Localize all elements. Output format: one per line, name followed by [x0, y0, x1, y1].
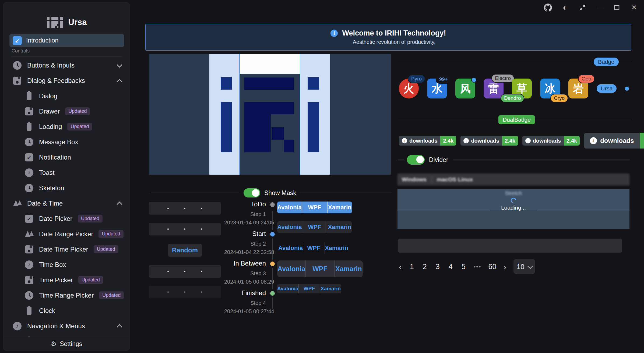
sidebar-item-navigation-menus[interactable]: ♪Navigation & Menus — [3, 318, 129, 334]
platform-button-wpf[interactable]: WPF — [302, 202, 327, 213]
time-box-input[interactable] — [149, 223, 221, 235]
pagination-page-2[interactable]: 2 — [422, 263, 428, 271]
downloads-count: 2.4k — [564, 136, 580, 146]
close-button[interactable]: ✕ — [628, 2, 640, 13]
platform-button-wpf[interactable]: WPF — [298, 284, 320, 293]
timeline-dot — [270, 232, 275, 236]
arrowsq-icon: ↙ — [24, 153, 34, 162]
pagination-page-60[interactable]: 60 — [488, 263, 496, 271]
platform-button-xamarin[interactable]: Xamarin — [325, 242, 348, 254]
platform-button-xamarin[interactable]: Xamarin — [327, 202, 352, 213]
sidebar-divider — [11, 56, 122, 57]
updated-badge: Updated — [99, 291, 124, 299]
logo-glyph-f-stem — [244, 102, 271, 152]
pagination-prev[interactable]: ‹ — [399, 262, 402, 271]
show-mask-toggle[interactable] — [244, 188, 260, 197]
resize-expand-icon[interactable] — [576, 2, 589, 13]
timeline-dot — [270, 262, 275, 266]
sidebar-item-notification[interactable]: ↙Notification — [3, 150, 129, 165]
downloads-count: 2.4k — [640, 133, 644, 149]
sidebar-item-time-range-picker[interactable]: Time Range PickerUpdated — [3, 288, 129, 303]
theme-toggle-icon[interactable]: ◐ — [559, 2, 571, 13]
logo-glyph-f-mid — [272, 127, 284, 140]
sidebar-item-time-picker[interactable]: Time PickerUpdated — [3, 272, 129, 288]
divider-line — [398, 62, 591, 62]
pagination-page-3[interactable]: 3 — [435, 263, 441, 271]
sidebar-item-drawer[interactable]: DrawerUpdated — [3, 104, 129, 119]
divider-line — [535, 120, 631, 120]
platform-button-xamarin[interactable]: Xamarin — [320, 284, 341, 293]
downloads-dual-badge: ↓downloads2.4k — [399, 136, 456, 146]
clock-icon — [24, 183, 34, 193]
downloads-label: downloads — [533, 138, 561, 144]
timeline-dot — [270, 291, 275, 296]
random-button[interactable]: Random — [168, 244, 202, 257]
github-icon[interactable] — [542, 2, 554, 13]
time-box-input[interactable] — [149, 202, 221, 215]
sidebar-item-time-box[interactable]: ♪Time Box — [3, 257, 129, 272]
sidebar-item-message-box[interactable]: Message Box — [3, 134, 129, 150]
timeline-step: FinishedStep 42024-01-05 00:27:44 — [224, 289, 266, 315]
page-size-select[interactable]: 10 — [513, 259, 535, 274]
divider-line — [398, 120, 496, 120]
pagination-page-1[interactable]: 1 — [409, 263, 415, 271]
sidebar-item-skeleton[interactable]: Skeleton — [3, 180, 129, 196]
dot-badge — [625, 87, 629, 91]
platform-button-wpf[interactable]: WPF — [303, 242, 325, 254]
platform-button-avalonia[interactable]: Avalonia — [277, 202, 302, 213]
platform-button-avalonia[interactable]: Avalonia — [277, 260, 305, 277]
platform-button-avalonia[interactable]: Avalonia — [277, 284, 298, 293]
chevron-down-icon — [527, 263, 533, 269]
sidebar-item-label: Clock — [39, 307, 55, 315]
tab-windows[interactable]: Windows — [402, 176, 427, 183]
loading-panel: Stretch Loading... — [397, 189, 629, 229]
sidebar-item-date-time-picker[interactable]: Date Time PickerUpdated — [3, 242, 129, 257]
spinner-icon — [510, 197, 517, 204]
sidebar-item-date-time[interactable]: Date & Time — [3, 196, 129, 211]
sidebar-item-clock[interactable]: Clock — [3, 303, 129, 318]
badge-element: 冰Cryo — [540, 79, 560, 98]
badge-element: 风 — [455, 79, 475, 98]
sidebar-item-buttons-inputs[interactable]: Buttons & Inputs — [3, 58, 129, 73]
maximize-button[interactable] — [611, 2, 623, 13]
downloads-label: downloads — [409, 138, 437, 144]
sidebar-item-dialog[interactable]: Dialog — [3, 88, 129, 104]
platform-button-wpf[interactable]: WPF — [302, 221, 327, 233]
platform-button-wpf[interactable]: WPF — [305, 260, 334, 277]
platform-button-avalonia[interactable]: Avalonia — [277, 221, 302, 233]
logo-glyph-i-stem — [221, 102, 232, 152]
pagination-next[interactable]: › — [503, 262, 506, 271]
platform-button-xamarin[interactable]: Xamarin — [327, 221, 352, 233]
loading-panel-lower — [397, 210, 629, 229]
note-icon: ♪ — [24, 168, 34, 177]
floppy-icon — [24, 245, 34, 254]
time-box-input[interactable] — [149, 265, 221, 278]
pagination-page-5[interactable]: 5 — [460, 263, 466, 271]
divider-toggle[interactable] — [407, 155, 425, 165]
pagination-page-4[interactable]: 4 — [448, 263, 453, 271]
clock-icon — [24, 137, 34, 147]
chevron-up-icon — [117, 202, 122, 207]
tab-macos-linux[interactable]: macOS Linux — [437, 176, 473, 183]
sidebar-item-introduction[interactable]: ↙ Introduction — [9, 34, 124, 47]
settings-button[interactable]: ⚙ Settings — [3, 337, 129, 351]
minimize-button[interactable]: — — [593, 2, 606, 13]
banner-subtitle: Aesthetic revolution of productivity. — [342, 39, 446, 45]
arrowsq-icon: ↙ — [24, 214, 34, 223]
platform-button-xamarin[interactable]: Xamarin — [334, 260, 363, 277]
timeline-step-label: Step 4 — [224, 300, 266, 306]
page-size-value: 10 — [517, 263, 525, 271]
timeline-step-time: 2024-01-04 22:32:58 — [224, 249, 266, 255]
chevron-down-icon — [117, 62, 122, 67]
sidebar-item-toast[interactable]: ♪Toast — [3, 165, 129, 180]
dualbadge-divider-pill: DualBadge — [498, 115, 535, 124]
sidebar-item-date-range-picker[interactable]: Date Range PickerUpdated — [3, 226, 129, 242]
logo-glyph-i-stem — [308, 102, 319, 152]
sidebar-item-loading[interactable]: LoadingUpdated — [3, 119, 129, 134]
ursa-logo-icon — [46, 15, 64, 29]
badge-pill-electro: Electro — [491, 74, 514, 83]
sidebar-item-dialog-feedbacks[interactable]: Dialog & Feedbacks — [3, 73, 129, 88]
sidebar-item-label: Date Picker — [39, 215, 72, 223]
sidebar-item-date-picker[interactable]: ↙Date PickerUpdated — [3, 211, 129, 226]
platform-button-avalonia[interactable]: Avalonia — [278, 242, 303, 254]
